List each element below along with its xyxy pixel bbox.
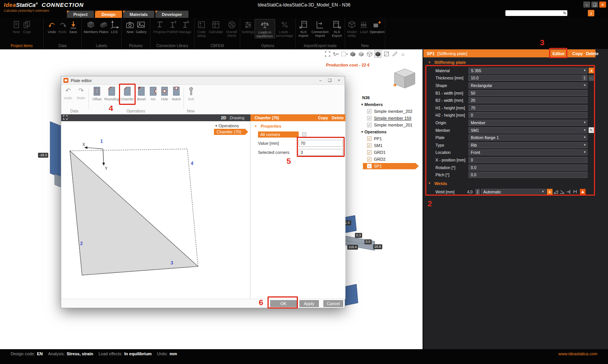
website-link[interactable]: www.ideastatica.com xyxy=(558,351,597,356)
thickness-input[interactable]: 10.0▲▼ xyxy=(469,75,587,81)
tree-operation-item[interactable]: ✓SM1 xyxy=(359,142,421,149)
h2-height-input[interactable]: 0 xyxy=(469,112,587,118)
copy-operation-button[interactable]: Copy xyxy=(572,49,583,57)
tree-operation-item-selected[interactable]: ✓SP1 xyxy=(359,163,421,169)
tree-operation-item[interactable]: ✓GRD2 xyxy=(359,156,421,163)
redo-button[interactable]: Redo xyxy=(57,19,68,34)
checkbox-icon[interactable]: ✓ xyxy=(367,136,372,141)
properties-section-header[interactable]: ▼Properties xyxy=(254,124,345,128)
dialog-titlebar[interactable]: Plate editor – ❏ × xyxy=(61,76,345,85)
model-entity-button[interactable]: Model entity xyxy=(345,19,358,38)
weld-bevel-icon[interactable] xyxy=(559,189,565,195)
expand-canvas-icon[interactable] xyxy=(63,115,68,120)
search-input[interactable] xyxy=(505,11,563,15)
location-select[interactable]: Front xyxy=(469,149,587,155)
spinner-icon[interactable]: ▲▼ xyxy=(475,189,480,195)
rounding-tool-button[interactable]: Rounding xyxy=(104,86,120,101)
labels-members-button[interactable]: Members xyxy=(83,19,98,34)
tree-member-item[interactable]: ✓Simple member_201 xyxy=(359,122,421,128)
type-select[interactable]: Rib xyxy=(469,142,587,148)
stiffening-plate-section-header[interactable]: ▼Stiffening plate xyxy=(428,60,608,65)
tab-project[interactable]: Project xyxy=(67,11,94,18)
fit-view-icon[interactable] xyxy=(324,50,331,58)
apply-button[interactable]: Apply xyxy=(299,300,319,307)
library-manage-button[interactable]: Manage xyxy=(179,19,192,34)
pick-member-button[interactable]: ↖ xyxy=(589,127,594,133)
undo-button[interactable]: Undo xyxy=(47,19,57,34)
checkbox-icon[interactable]: ✓ xyxy=(367,123,372,127)
select-box-icon[interactable]: ▾ xyxy=(340,50,348,58)
weld-butt-icon[interactable] xyxy=(572,189,578,195)
home-view-icon[interactable]: ⌂ xyxy=(399,50,407,58)
weld-size-value[interactable]: 4,0 xyxy=(467,190,475,194)
picture-gallery-button[interactable]: Gallery xyxy=(135,19,147,34)
tree-operation-item[interactable]: ✓PP1 xyxy=(359,135,421,142)
checkbox-icon[interactable]: ✓ xyxy=(367,109,372,114)
add-material-button[interactable]: + xyxy=(589,68,594,73)
weld-double-icon[interactable] xyxy=(565,189,572,195)
b1-width-input[interactable]: 50 xyxy=(469,90,587,96)
bevel-tool-button[interactable]: Bevel xyxy=(135,86,147,101)
connection-import-button[interactable]: Connection Import xyxy=(311,19,329,38)
loads-percentage-button[interactable]: Loads - percentage xyxy=(275,19,294,38)
maximize-button[interactable]: ❏ xyxy=(591,2,598,8)
tree-member-item[interactable]: ✓Simple member 159 xyxy=(359,115,421,122)
bolt-tool-button[interactable]: Bolt xyxy=(185,86,197,101)
cancel-button[interactable]: Cancel xyxy=(323,300,343,307)
pitch-input[interactable]: 0.0 xyxy=(469,172,587,178)
checkbox-icon[interactable]: ✓ xyxy=(367,143,372,148)
library-publish-button[interactable]: Publish xyxy=(166,19,179,34)
xls-export-button[interactable]: XLS XLS Export xyxy=(329,19,345,38)
offset-tool-button[interactable]: Offset xyxy=(90,86,104,101)
weld-type-select[interactable]: Automatic xyxy=(481,189,546,195)
info-button[interactable]: i xyxy=(588,10,594,16)
dialog-tree-chamfer-item[interactable]: Chamfer (70) xyxy=(214,129,248,135)
dialog-tree-operations-node[interactable]: ▾Operations xyxy=(214,122,249,129)
labels-plates-button[interactable]: Plates xyxy=(98,19,109,34)
tab-materials[interactable]: Materials xyxy=(123,11,154,18)
picture-new-button[interactable]: New xyxy=(125,19,135,34)
corner-label-4[interactable]: 4 xyxy=(191,161,193,166)
more-options-button[interactable]: … xyxy=(589,75,594,81)
weld-fillet-icon[interactable] xyxy=(553,189,559,195)
collapse-icon[interactable]: ▾ xyxy=(360,130,364,134)
operation-button[interactable]: Operation xyxy=(369,19,385,34)
h1-height-input[interactable]: 70 xyxy=(469,105,587,111)
view-transparent-icon[interactable] xyxy=(358,50,365,58)
chamfer-copy-button[interactable]: Copy xyxy=(318,116,328,120)
library-propose-button[interactable]: Propose xyxy=(153,19,167,34)
settings-button[interactable]: Settings xyxy=(241,19,255,34)
welds-section-header[interactable]: ▼Welds xyxy=(428,181,608,186)
x-position-input[interactable]: 0 xyxy=(469,157,587,163)
rotation-input[interactable]: 0.0 xyxy=(469,165,587,171)
loads-in-equilibrium-button[interactable]: Loads in equilibrium xyxy=(255,19,275,38)
ok-button[interactable]: OK xyxy=(270,300,297,307)
delete-operation-button[interactable]: Delete xyxy=(586,49,598,57)
dialog-minimize-icon[interactable]: – xyxy=(320,78,322,83)
plate-select[interactable]: Bottom flange 1 xyxy=(469,135,587,141)
add-weld-button[interactable]: + xyxy=(547,189,553,195)
orbit-icon[interactable]: ↻▾ xyxy=(332,50,339,58)
dialog-close-icon[interactable]: × xyxy=(338,78,340,83)
mode-2d-label[interactable]: 2D xyxy=(221,116,226,120)
overall-check-button[interactable]: Overall check xyxy=(223,19,240,38)
b2-width-input[interactable]: 20 xyxy=(469,97,587,103)
chamfer-delete-button[interactable]: Delete xyxy=(332,116,344,120)
material-select[interactable]: S 355 xyxy=(469,68,587,74)
tree-member-item[interactable]: ✓Simple member_202 xyxy=(359,108,421,115)
load-button[interactable]: Load xyxy=(358,19,369,34)
labels-lcs-button[interactable]: LCS xyxy=(109,19,120,34)
chamfer-value-input[interactable]: 70 xyxy=(299,140,343,147)
notch-tool-button[interactable]: Notch xyxy=(170,86,182,101)
corner-label-2[interactable]: 2 xyxy=(80,241,83,246)
spinner-icon[interactable]: ▲▼ xyxy=(582,75,587,81)
minimize-button[interactable]: – xyxy=(583,2,590,8)
dialog-maximize-icon[interactable]: ❏ xyxy=(328,78,332,83)
tab-design[interactable]: Design xyxy=(95,11,122,18)
arc-tool-button[interactable]: Arc xyxy=(148,86,158,101)
all-corners-checkbox[interactable] xyxy=(302,132,306,136)
tree-members-node[interactable]: ▾Members xyxy=(359,101,421,108)
chamfer-tool-button[interactable]: Chamfer xyxy=(120,86,134,101)
hole-tool-button[interactable]: Hole xyxy=(159,86,170,101)
tree-operation-item[interactable]: ✓GRD1 xyxy=(359,149,421,156)
